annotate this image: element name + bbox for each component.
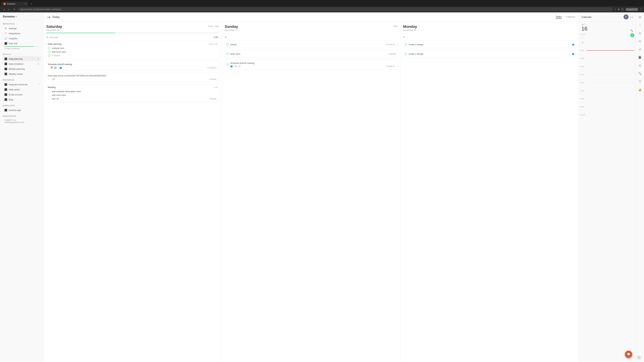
tab-calendar[interactable]: Calendar: [566, 15, 575, 19]
cal-collapse-icon[interactable]: ▷|: [630, 15, 633, 18]
keyboard-shortcuts-badge: ?: [38, 83, 39, 85]
extensions-button[interactable]: ⬛: [621, 8, 624, 11]
kickoff-sun-row[interactable]: Schedule kickoff meeting 👥 Dec 20 # Cros…: [226, 61, 396, 68]
bookmark-button[interactable]: ☆: [614, 8, 616, 11]
workspaces-section: WORKSPACES Logged in as bhea@pageflows.c…: [0, 113, 44, 125]
subtask-1-label: subtask here: [52, 47, 64, 49]
right-panel-notification-icon[interactable]: 🔔: [637, 87, 643, 92]
analytics-label: Analytics: [9, 37, 39, 40]
create-design-1-row[interactable]: create a design 👥: [404, 42, 574, 46]
travels-label: travels: [230, 43, 237, 46]
top-bar-tabs: Tasks Calendar: [556, 15, 575, 19]
cal-zoom-icon[interactable]: 🔍: [630, 29, 633, 32]
task-card-travels: travels # Cross-fu...: [224, 41, 398, 48]
subtask-1-check[interactable]: [48, 47, 50, 49]
sidebar-item-settings[interactable]: ⚙ Settings: [3, 26, 41, 31]
sidebar-item-keyboard-shortcuts[interactable]: ⬛ Keyboard shortcuts ?: [3, 82, 41, 87]
day-saturday: Saturday December 16 Focus · Plan ⊕ Add …: [44, 22, 222, 362]
cal-day-header: SAT 16 🔍: [579, 22, 636, 33]
right-panel-branch-icon[interactable]: ⑂: [637, 22, 643, 28]
user-avatar[interactable]: B: [624, 14, 628, 19]
address-bar[interactable]: app.sunsama.com/group/moodjoy_workspace: [18, 7, 613, 11]
sidebar-item-weekly-review[interactable]: ⬛ Weekly review: [3, 71, 41, 76]
tab-close-button[interactable]: ✕: [25, 3, 26, 5]
address-text: app.sunsama.com/group/moodjoy_workspace: [20, 8, 61, 10]
tab-tasks[interactable]: Tasks: [556, 15, 562, 19]
sidebar-item-daily-shutdown[interactable]: ⬛ Daily shutdown O: [3, 61, 41, 66]
right-panel-mail-icon[interactable]: ✉: [637, 38, 643, 44]
time-row-6am: 6 AM: [579, 81, 636, 89]
right-panel-clock-icon[interactable]: ⏱: [637, 79, 643, 84]
add-fab[interactable]: +: [636, 355, 641, 360]
meeting-check-1[interactable]: [48, 90, 50, 93]
right-panel-table-icon[interactable]: ⊟: [637, 30, 643, 36]
subtask-2[interactable]: add more here: [48, 50, 218, 54]
meeting-check-2[interactable]: [48, 94, 50, 96]
travels-row[interactable]: travels # Cross-fu...: [226, 42, 396, 46]
resources-section: RESOURCES ⬛ Keyboard shortcuts ? ⬛ Help …: [0, 77, 44, 103]
saturday-date: December 16: [46, 29, 62, 31]
free-trial-text: 13 days remaining: [3, 47, 41, 51]
browser-tab[interactable]: Sunsama ✕: [1, 2, 28, 6]
meeting-tag: # Sunsa...: [209, 98, 218, 100]
sidebar-item-blog[interactable]: ⬛ Blog: [3, 97, 41, 102]
forward-button[interactable]: ▶: [7, 7, 11, 11]
time-label-3am: 3 AM: [580, 57, 587, 59]
subtask-3[interactable]: # Cross-fu...: [48, 54, 218, 57]
time-label-2am: 2 AM: [580, 49, 587, 51]
sidebar-item-weekly-planning[interactable]: ⬛ Weekly planning: [3, 66, 41, 71]
create-design-2-row[interactable]: create a design 👥: [404, 52, 574, 56]
meeting-subtask-1[interactable]: add subtasks description here: [48, 89, 218, 93]
travels-tag: # Cross-fu...: [386, 43, 396, 45]
sidebar-item-desktop-app[interactable]: ⬛ Desktop app: [3, 108, 41, 113]
sidebar-item-email-courses[interactable]: ⬛ Email courses: [3, 92, 41, 97]
create-design-1-check[interactable]: [404, 43, 407, 46]
tasks-here-check[interactable]: [226, 52, 229, 55]
back-button[interactable]: ◀: [2, 7, 6, 11]
download-button[interactable]: ⬇: [618, 8, 620, 11]
travels-check[interactable]: [226, 43, 229, 46]
subtask-1[interactable]: subtask here: [48, 46, 218, 50]
time-label-7am: 7 AM: [580, 89, 587, 92]
sidebar-item-help-center[interactable]: ⬛ Help center: [3, 87, 41, 92]
sunday-add-task[interactable]: ⊕: [222, 34, 400, 40]
right-panel-grid-icon[interactable]: ⊞: [637, 14, 643, 20]
right-panel-search-icon[interactable]: 🔍: [637, 71, 643, 76]
right-panel-sync-icon[interactable]: ⇄: [637, 46, 643, 52]
days-container: Saturday December 16 Focus · Plan ⊕ Add …: [44, 22, 578, 362]
menu-button[interactable]: ⋮: [640, 8, 642, 11]
nav-back-icon[interactable]: |◀: [47, 15, 50, 19]
kickoff-sun-check[interactable]: [226, 63, 229, 66]
right-panel-target-icon[interactable]: ◎: [637, 63, 643, 68]
right-panel-book-icon[interactable]: 📓: [637, 55, 643, 60]
daily-planning-label: Daily planning: [9, 58, 36, 60]
new-tab-button[interactable]: +: [29, 1, 34, 6]
sunday-add-plus: ⊕: [225, 36, 226, 38]
meeting-subtask-2[interactable]: add more here: [48, 93, 218, 97]
sidebar-item-daily-planning[interactable]: ⬛ Daily planning P: [3, 56, 41, 61]
rituals-label: RITUALS: [3, 53, 41, 55]
time-line-12am: [587, 36, 628, 36]
create-design-2-check[interactable]: [404, 52, 407, 55]
subtask-2-check[interactable]: [48, 50, 50, 53]
sidebar-item-integrations[interactable]: ⬡ Integrations: [3, 31, 41, 36]
tasks-here-row[interactable]: tasks here # general: [226, 52, 396, 56]
meeting-subtask-3[interactable]: Dec 20 # Sunsa...: [48, 97, 218, 100]
logo-chevron: ▾: [16, 15, 16, 18]
sidebar-top-divider: [3, 20, 41, 20]
reload-button[interactable]: ↻: [12, 7, 16, 11]
kickoff-sun-people: 👥: [230, 65, 233, 67]
sidebar-item-analytics[interactable]: 📈 Analytics: [3, 36, 41, 41]
monday-add-task[interactable]: ⊕: [400, 34, 578, 40]
meeting-check-3[interactable]: [48, 97, 50, 100]
daily-shutdown-icon: ⬛: [4, 62, 7, 65]
time-line-7am: [587, 90, 634, 91]
saturday-add-task[interactable]: ⊕ Add task 1:05: [44, 34, 222, 40]
create-design-1-tag: 👥: [572, 43, 574, 45]
subtask-3-check[interactable]: [48, 54, 50, 57]
monday-add-plus: ⊕: [403, 36, 405, 38]
chat-fab[interactable]: 💬: [625, 351, 632, 358]
sidebar-logo[interactable]: Sunsama ▾: [0, 12, 44, 19]
sidebar-item-free-trial[interactable]: ⬛ Free trial: [3, 41, 41, 46]
subtask-3-tag: # Cross-fu...: [52, 54, 62, 56]
